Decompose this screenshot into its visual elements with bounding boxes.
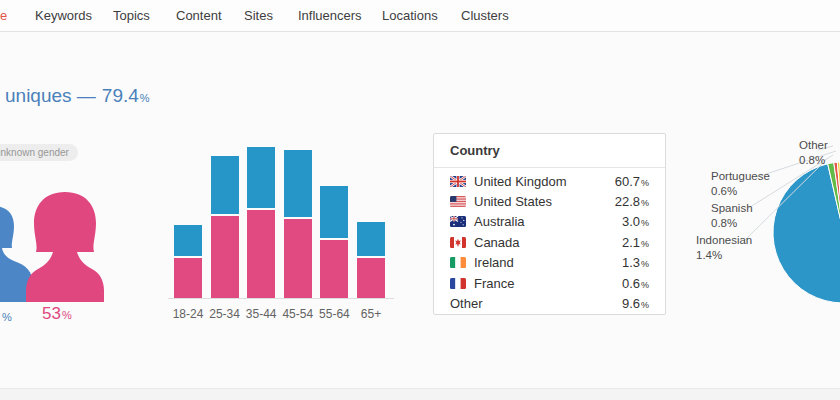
table-row: United Kingdom 60.7% (450, 171, 649, 191)
age-chart-baseline (168, 298, 394, 299)
table-row: Other 9.6% (450, 293, 649, 313)
country-percent-sign: % (641, 218, 649, 228)
age-tick-label: 35-44 (241, 307, 281, 321)
pie-slice-main[interactable] (773, 162, 840, 303)
age-bar-18-24 (174, 130, 202, 298)
pie-callout-spanish: Spanish 0.8% (711, 201, 753, 231)
country-value: 22.8 (615, 194, 640, 209)
country-percent-sign: % (641, 178, 649, 188)
flag-australia-icon (450, 216, 466, 227)
callout-value: 0.6% (711, 184, 770, 199)
table-row: Canada 2.1% (450, 232, 649, 252)
female-user-icon (26, 192, 104, 302)
flag-united-kingdom-icon (450, 176, 466, 187)
age-bar-male-segment[interactable] (284, 150, 312, 218)
age-tick-label: 45-54 (278, 307, 318, 321)
table-row: Australia 3.0% (450, 212, 649, 232)
female-percent-label: 53 % (42, 304, 72, 324)
callout-value: 0.8% (799, 153, 828, 168)
country-percent-sign: % (641, 300, 649, 310)
age-bar-female-segment[interactable] (357, 258, 385, 299)
flag-united-states-icon (450, 196, 466, 207)
nav-item-clusters[interactable]: Clusters (461, 0, 509, 31)
age-bar-female-segment[interactable] (320, 240, 348, 299)
country-rows: United Kingdom 60.7% United States 22.8%… (434, 168, 665, 314)
uniques-title: uniques — (5, 85, 96, 107)
table-row: United States 22.8% (450, 191, 649, 211)
country-value: 9.6 (622, 296, 640, 311)
age-bar-45-54 (284, 130, 312, 298)
uniques-value: 79.4 (102, 85, 139, 107)
pie-callout-indonesian: Indonesian 1.4% (696, 233, 752, 263)
male-percent-label: % (2, 311, 12, 323)
pie-callout-other: Other 0.8% (799, 138, 828, 168)
callout-label: Portuguese (711, 169, 770, 184)
country-name: Ireland (474, 255, 622, 270)
country-card-title: Country (434, 134, 665, 168)
country-name: United States (474, 194, 615, 209)
callout-label: Indonesian (696, 233, 752, 248)
age-tick-label: 18-24 (168, 307, 208, 321)
nav-item-locations[interactable]: Locations (382, 0, 438, 31)
age-tick-label: 65+ (351, 307, 391, 321)
top-navbar: e Keywords Topics Content Sites Influenc… (0, 0, 840, 32)
age-bar-35-44 (247, 130, 275, 298)
age-bar-female-segment[interactable] (247, 210, 275, 299)
country-name: France (474, 276, 622, 291)
pie-callout-portuguese: Portuguese 0.6% (711, 169, 770, 199)
age-bar-male-segment[interactable] (357, 222, 385, 257)
country-value: 2.1 (622, 235, 640, 250)
age-gender-bar-chart: 18-2425-3435-4445-5455-6465+ (160, 130, 400, 330)
age-bar-female-segment[interactable] (211, 216, 239, 299)
age-bar-male-segment[interactable] (174, 225, 202, 257)
country-percent-sign: % (641, 259, 649, 269)
nav-item-active-partial[interactable]: e (0, 0, 7, 31)
age-tick-label: 55-64 (314, 307, 354, 321)
country-percent-sign: % (641, 198, 649, 208)
age-bar-65+ (357, 130, 385, 298)
age-bar-male-segment[interactable] (211, 156, 239, 215)
bottom-band (0, 388, 840, 400)
flag-ireland-icon (450, 257, 466, 268)
country-value: 3.0 (622, 214, 640, 229)
country-value: 0.6 (622, 276, 640, 291)
nav-item-content[interactable]: Content (176, 0, 222, 31)
callout-label: Other (799, 138, 828, 153)
country-name: Australia (474, 214, 622, 229)
nav-item-sites[interactable]: Sites (244, 0, 273, 31)
country-name: Canada (474, 235, 622, 250)
callout-value: 0.8% (711, 216, 753, 231)
country-value: 1.3 (622, 255, 640, 270)
age-bar-female-segment[interactable] (284, 219, 312, 299)
unknown-gender-badge: unknown gender (0, 144, 78, 161)
country-name: Other (450, 296, 622, 311)
country-percent-sign: % (641, 280, 649, 290)
age-bar-male-segment[interactable] (247, 147, 275, 209)
nav-item-keywords[interactable]: Keywords (35, 0, 92, 31)
country-value: 60.7 (615, 174, 640, 189)
female-percent-value: 53 (42, 304, 61, 324)
age-bar-male-segment[interactable] (320, 186, 348, 239)
country-percent-sign: % (641, 239, 649, 249)
flag-france-icon (450, 278, 466, 289)
nav-item-influencers[interactable]: Influencers (298, 0, 362, 31)
uniques-headline: uniques — 79.4 % (5, 85, 150, 107)
age-bar-25-34 (211, 130, 239, 298)
callout-value: 1.4% (696, 248, 752, 263)
age-tick-label: 25-34 (205, 307, 245, 321)
age-bar-55-64 (320, 130, 348, 298)
female-percent-sign: % (62, 309, 72, 321)
country-name: United Kingdom (474, 174, 615, 189)
flag-canada-icon (450, 237, 466, 248)
uniques-percent-sign: % (140, 92, 150, 104)
age-bar-female-segment[interactable] (174, 258, 202, 299)
country-card: Country United Kingdom 60.7% United Stat… (433, 133, 666, 315)
nav-item-topics[interactable]: Topics (113, 0, 150, 31)
table-row: France 0.6% (450, 273, 649, 293)
callout-label: Spanish (711, 201, 753, 216)
table-row: Ireland 1.3% (450, 253, 649, 273)
